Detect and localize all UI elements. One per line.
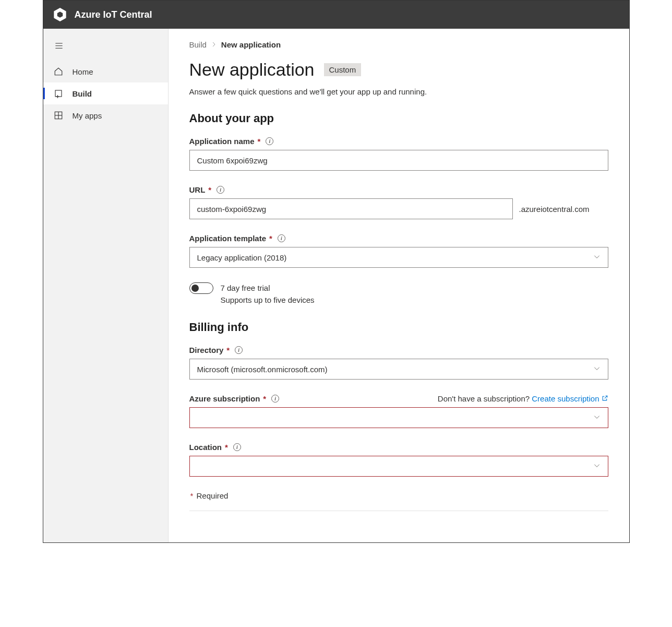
build-icon (54, 89, 63, 98)
top-header: Azure IoT Central (43, 1, 629, 29)
required-asterisk: * (225, 443, 228, 452)
info-icon[interactable]: i (233, 443, 241, 451)
external-link-icon (602, 394, 608, 403)
template-value: Legacy application (2018) (197, 253, 287, 262)
required-note: * Required (189, 491, 608, 500)
header-title: Azure IoT Central (75, 9, 152, 20)
sidebar: Home Build My apps (43, 29, 169, 542)
required-asterisk: * (208, 185, 211, 194)
chevron-down-icon (593, 365, 601, 374)
hamburger-menu-button[interactable] (43, 34, 168, 61)
breadcrumb-current: New application (221, 40, 281, 49)
template-select[interactable]: Legacy application (2018) (189, 247, 608, 268)
create-subscription-link[interactable]: Create subscription (532, 394, 608, 403)
chevron-down-icon (593, 462, 601, 471)
sidebar-item-build[interactable]: Build (43, 82, 168, 104)
info-icon[interactable]: i (235, 346, 243, 354)
trial-title: 7 day free trial (221, 282, 315, 294)
url-suffix: .azureiotcentral.com (519, 205, 590, 214)
divider (189, 511, 608, 511)
location-label: Location (189, 443, 222, 452)
sidebar-item-myapps[interactable]: My apps (43, 104, 168, 126)
svg-rect-5 (55, 90, 62, 97)
info-icon[interactable]: i (266, 137, 273, 145)
template-label: Application template (189, 234, 267, 243)
chevron-down-icon (593, 253, 601, 262)
required-asterisk: * (258, 137, 261, 146)
no-subscription-msg: Don't have a subscription? Create subscr… (438, 394, 608, 403)
billing-section-title: Billing info (189, 321, 608, 334)
required-asterisk: * (226, 346, 230, 354)
home-icon (54, 67, 63, 76)
grid-icon (54, 111, 63, 120)
trial-toggle[interactable] (189, 282, 213, 294)
svg-line-11 (604, 396, 607, 398)
breadcrumb: Build New application (189, 40, 608, 49)
info-icon[interactable]: i (271, 395, 279, 403)
url-label: URL (189, 185, 206, 194)
required-asterisk: * (263, 394, 266, 403)
info-icon[interactable]: i (278, 234, 285, 242)
chevron-down-icon (593, 413, 601, 422)
sidebar-item-label: Build (73, 89, 92, 98)
template-badge: Custom (324, 63, 362, 76)
sidebar-item-label: Home (73, 67, 93, 76)
sidebar-item-home[interactable]: Home (43, 61, 168, 82)
directory-label: Directory (189, 346, 224, 354)
main-content: Build New application New application Cu… (169, 29, 629, 542)
about-section-title: About your app (189, 112, 608, 125)
required-asterisk: * (269, 234, 272, 243)
breadcrumb-parent[interactable]: Build (189, 40, 207, 49)
svg-marker-1 (56, 11, 63, 18)
sidebar-item-label: My apps (73, 111, 102, 120)
url-input[interactable] (189, 198, 513, 219)
subscription-label: Azure subscription (189, 394, 260, 403)
logo-icon (53, 7, 67, 22)
app-name-label: Application name (189, 137, 255, 146)
page-subtitle: Answer a few quick questions and we'll g… (189, 87, 608, 96)
subscription-select[interactable] (189, 407, 608, 428)
toggle-knob (191, 285, 199, 292)
app-name-input[interactable] (189, 150, 608, 171)
directory-value: Microsoft (microsoft.onmicrosoft.com) (197, 365, 328, 374)
directory-select[interactable]: Microsoft (microsoft.onmicrosoft.com) (189, 359, 608, 380)
trial-sub: Supports up to five devices (221, 294, 315, 306)
location-select[interactable] (189, 456, 608, 477)
info-icon[interactable]: i (217, 186, 224, 194)
chevron-right-icon (211, 40, 217, 49)
page-title: New application (189, 60, 315, 80)
